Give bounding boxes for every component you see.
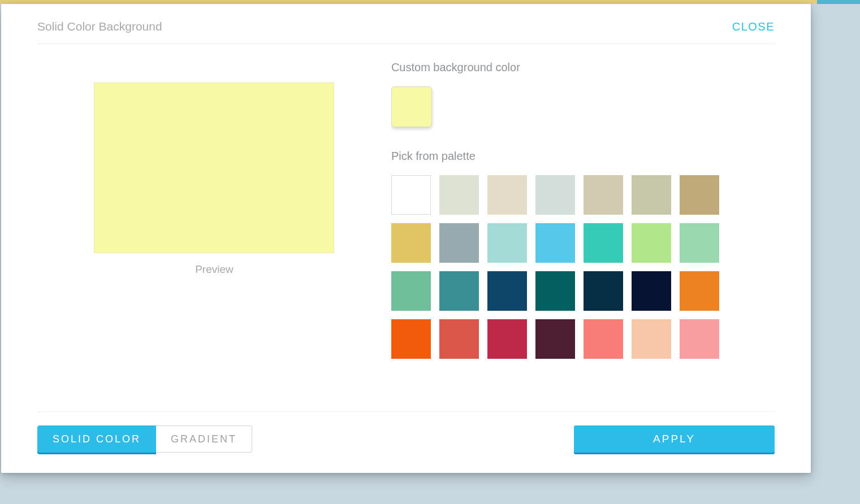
- gradient-tab[interactable]: GRADIENT: [156, 425, 252, 453]
- modal-footer: SOLID COLOR GRADIENT APPLY: [1, 412, 811, 473]
- palette-swatch[interactable]: [584, 223, 623, 263]
- palette-swatch[interactable]: [680, 223, 719, 263]
- palette-swatch[interactable]: [632, 223, 671, 263]
- palette-swatch[interactable]: [632, 319, 671, 359]
- palette-swatch[interactable]: [391, 223, 431, 263]
- modal-title: Solid Color Background: [37, 20, 162, 33]
- palette-swatch[interactable]: [584, 319, 623, 359]
- palette-swatch[interactable]: [439, 175, 479, 215]
- palette-swatch[interactable]: [487, 271, 527, 311]
- decorative-top-stripe: [0, 0, 860, 4]
- preview-label: Preview: [195, 263, 234, 276]
- palette-swatch[interactable]: [439, 271, 479, 311]
- modal-body: Preview Custom background color Pick fro…: [1, 44, 811, 411]
- apply-button[interactable]: APPLY: [574, 425, 775, 453]
- palette-label: Pick from palette: [391, 150, 768, 163]
- palette-swatch[interactable]: [487, 223, 527, 263]
- palette-swatch[interactable]: [584, 271, 623, 311]
- palette-swatch[interactable]: [487, 175, 527, 215]
- palette-swatch[interactable]: [680, 175, 719, 215]
- palette-swatch[interactable]: [632, 175, 671, 215]
- palette-swatch[interactable]: [535, 223, 575, 263]
- palette-swatch[interactable]: [391, 271, 431, 311]
- palette-swatch[interactable]: [680, 319, 719, 359]
- palette-swatch[interactable]: [391, 319, 431, 359]
- background-picker-modal: Solid Color Background CLOSE Preview Cus…: [1, 4, 811, 473]
- palette-swatch[interactable]: [391, 175, 431, 215]
- palette-grid: [391, 175, 768, 359]
- palette-swatch[interactable]: [439, 319, 479, 359]
- palette-swatch[interactable]: [487, 319, 527, 359]
- palette-swatch[interactable]: [439, 223, 479, 263]
- palette-swatch[interactable]: [535, 271, 575, 311]
- palette-swatch[interactable]: [535, 175, 575, 215]
- palette-swatch[interactable]: [584, 175, 623, 215]
- options-column[interactable]: Custom background color Pick from palett…: [391, 55, 775, 411]
- preview-column: Preview: [37, 55, 391, 411]
- modal-header: Solid Color Background CLOSE: [1, 4, 811, 44]
- close-button[interactable]: CLOSE: [732, 20, 775, 33]
- preview-swatch: [94, 82, 334, 253]
- mode-toggle: SOLID COLOR GRADIENT: [37, 425, 252, 453]
- custom-color-label: Custom background color: [391, 61, 768, 74]
- solid-color-tab[interactable]: SOLID COLOR: [37, 425, 156, 453]
- palette-swatch[interactable]: [535, 319, 575, 359]
- custom-color-swatch[interactable]: [391, 86, 432, 127]
- palette-swatch[interactable]: [680, 271, 719, 311]
- palette-swatch[interactable]: [632, 271, 671, 311]
